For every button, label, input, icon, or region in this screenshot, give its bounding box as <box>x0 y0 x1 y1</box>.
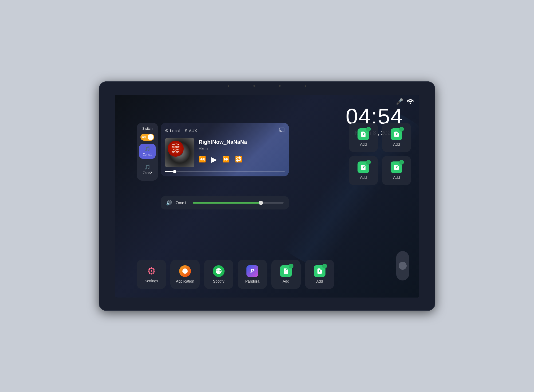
cast-button[interactable] <box>279 127 285 134</box>
aux-label: AUX <box>189 128 197 133</box>
svg-point-0 <box>410 102 411 104</box>
volume-card: 🔊 Zone1 <box>161 196 289 209</box>
add-app-icon-1: + <box>280 265 292 277</box>
scroll-indicator[interactable] <box>396 251 409 280</box>
screen: 🎤 04:54 March 8 , 2024 Switch ON 🎵 <box>115 95 419 298</box>
source-local-tab[interactable]: ⊙ Local <box>165 128 180 133</box>
screw <box>228 85 229 87</box>
artist-name: Akon <box>199 146 285 151</box>
svg-point-1 <box>182 268 188 274</box>
pandora-button[interactable]: P Pandora <box>238 260 267 289</box>
add-plus-badge: + <box>366 127 371 132</box>
track-name: RightNow_NaNaNa <box>199 139 285 145</box>
mic-icon: 🎤 <box>396 98 403 105</box>
zone2-music-icon: 🎵 <box>144 164 150 170</box>
add-icon-bottom-2: + <box>391 161 402 173</box>
album-art: AKONRIGHTNOWNA NA <box>165 138 194 167</box>
aux-icon: $ <box>185 128 187 133</box>
add-app-label-2: Add <box>316 279 323 283</box>
device-screws <box>228 85 306 87</box>
spotify-icon <box>213 265 225 277</box>
switch-zone-panel: Switch ON 🎵 Zone1 🎵 Zone2 <box>137 123 158 181</box>
play-button[interactable]: ▶ <box>211 155 217 164</box>
add-label-bottom-2: Add <box>393 175 400 180</box>
application-button[interactable]: Application <box>170 260 200 289</box>
screw <box>279 85 281 87</box>
zone1-music-icon: 🎵 <box>144 146 150 152</box>
zone1-button[interactable]: 🎵 Zone1 <box>139 144 156 159</box>
add-app-icon-2: + <box>314 265 325 277</box>
add-label-bottom-1: Add <box>360 175 367 180</box>
track-info: RightNow_NaNaNa Akon ⏪ ▶ ⏩ 🔁 <box>199 138 285 164</box>
progress-bar-background <box>165 171 285 172</box>
add-buttons-grid: + Add + Add + Add <box>349 123 411 185</box>
music-player-card: ⊙ Local $ AUX <box>161 123 289 176</box>
add-icon-top-1: + <box>358 128 369 140</box>
add-button-top-1[interactable]: + Add <box>349 123 378 152</box>
add-plus-badge: + <box>322 264 327 268</box>
zone2-label: Zone2 <box>143 171 152 175</box>
add-plus-badge: + <box>399 127 404 132</box>
playback-controls: ⏪ ▶ ⏩ 🔁 <box>199 155 285 164</box>
volume-icon: 🔊 <box>166 200 172 206</box>
pandora-label: Pandora <box>245 279 260 283</box>
add-app-label-1: Add <box>283 279 289 283</box>
wifi-icon <box>407 98 414 105</box>
toggle-knob <box>148 134 154 140</box>
status-bar: 🎤 <box>396 98 414 105</box>
application-label: Application <box>176 279 194 283</box>
switch-label: Switch <box>142 126 152 130</box>
settings-gear-icon: ⚙ <box>147 266 156 277</box>
add-button-bottom-2[interactable]: + Add <box>382 156 411 185</box>
settings-button[interactable]: ⚙ Settings <box>137 260 166 289</box>
app-row: ⚙ Settings Application Spotify <box>137 260 411 289</box>
rewind-button[interactable]: ⏪ <box>199 156 206 163</box>
settings-label: Settings <box>145 279 158 283</box>
local-icon: ⊙ <box>165 128 168 133</box>
volume-zone-label: Zone1 <box>176 201 189 205</box>
screw <box>253 85 255 87</box>
progress-dot <box>173 170 176 173</box>
add-plus-badge: + <box>366 160 371 165</box>
pandora-icon: P <box>246 265 258 277</box>
album-label-text: AKONRIGHTNOWNA NA <box>168 141 184 157</box>
add-button-bottom-1[interactable]: + Add <box>349 156 378 185</box>
add-button-top-2[interactable]: + Add <box>382 123 411 152</box>
volume-slider-fill <box>193 202 261 204</box>
add-label-top-2: Add <box>393 142 400 146</box>
add-plus-badge: + <box>399 160 404 165</box>
toggle-on-label: ON <box>142 136 146 138</box>
volume-slider[interactable] <box>193 202 284 204</box>
toggle-switch[interactable]: ON <box>140 134 154 141</box>
album-row: AKONRIGHTNOWNA NA RightNow_NaNaNa Akon ⏪… <box>165 138 285 167</box>
application-icon <box>179 265 191 277</box>
add-app-button-2[interactable]: + Add <box>305 260 334 289</box>
zone2-button[interactable]: 🎵 Zone2 <box>139 162 156 177</box>
fast-forward-button[interactable]: ⏩ <box>222 156 230 163</box>
spotify-label: Spotify <box>213 279 225 283</box>
zone1-label: Zone1 <box>143 153 152 157</box>
screw <box>305 85 306 87</box>
add-app-button-1[interactable]: + Add <box>271 260 301 289</box>
source-aux-tab[interactable]: $ AUX <box>185 128 197 133</box>
spotify-button[interactable]: Spotify <box>204 260 233 289</box>
repeat-button[interactable]: 🔁 <box>235 156 242 163</box>
scroll-dot <box>399 262 407 270</box>
progress-bar-row[interactable] <box>165 171 285 172</box>
add-label-top-1: Add <box>360 142 367 146</box>
add-icon-bottom-1: + <box>358 161 369 173</box>
source-tabs: ⊙ Local $ AUX <box>165 127 285 134</box>
device-frame: 🎤 04:54 March 8 , 2024 Switch ON 🎵 <box>99 81 435 311</box>
add-plus-badge: + <box>289 264 293 268</box>
volume-slider-knob <box>259 201 263 205</box>
local-label: Local <box>170 128 180 133</box>
add-icon-top-2: + <box>391 128 402 140</box>
